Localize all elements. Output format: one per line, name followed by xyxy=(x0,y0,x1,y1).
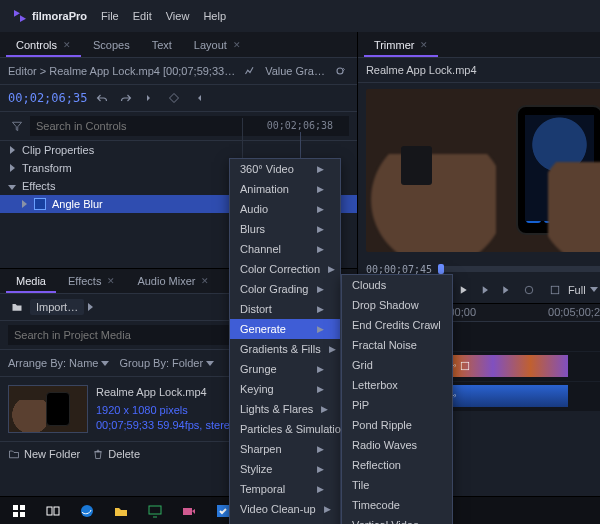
chevron-right-icon[interactable] xyxy=(8,162,16,174)
options-icon[interactable] xyxy=(546,281,564,299)
edge-icon[interactable] xyxy=(72,499,102,523)
submenu-item-pond-ripple[interactable]: Pond Ripple xyxy=(342,415,452,435)
start-button[interactable] xyxy=(4,499,34,523)
menu-item-label: Grunge xyxy=(240,363,277,375)
value-graph-icon[interactable] xyxy=(241,62,259,80)
menu-view[interactable]: View xyxy=(166,10,190,22)
menu-item-distort[interactable]: Distort▶ xyxy=(230,299,340,319)
chevron-right-icon[interactable] xyxy=(8,144,16,156)
menu-item-audio[interactable]: Audio▶ xyxy=(230,199,340,219)
logo-icon xyxy=(12,8,28,24)
menu-item-channel[interactable]: Channel▶ xyxy=(230,239,340,259)
menu-item-label: Audio xyxy=(240,203,268,215)
close-icon[interactable]: ✕ xyxy=(420,40,428,50)
tab-label: Layout xyxy=(194,39,227,51)
submenu-item-reflection[interactable]: Reflection xyxy=(342,455,452,475)
menu-item-video-clean-up[interactable]: Video Clean-up▶ xyxy=(230,499,340,519)
folder-icon[interactable] xyxy=(8,298,26,316)
submenu-item-pip[interactable]: PiP xyxy=(342,395,452,415)
redo-icon[interactable] xyxy=(117,89,135,107)
arrange-by-dropdown[interactable]: Arrange By: Name xyxy=(8,357,109,369)
group-by-dropdown[interactable]: Group By: Folder xyxy=(119,357,214,369)
submenu-item-radio-waves[interactable]: Radio Waves xyxy=(342,435,452,455)
submenu-item-end-credits-crawl[interactable]: End Credits Crawl xyxy=(342,315,452,335)
timecode[interactable]: 00;02;06;35 xyxy=(8,91,87,105)
play-icon[interactable] xyxy=(454,281,472,299)
submenu-item-tile[interactable]: Tile xyxy=(342,475,452,495)
value-graph-label[interactable]: Value Gra… xyxy=(265,65,325,77)
close-icon[interactable]: ✕ xyxy=(233,40,241,50)
tab-text[interactable]: Text xyxy=(142,35,182,57)
tab-scopes[interactable]: Scopes xyxy=(83,35,140,57)
new-folder-button[interactable]: New Folder xyxy=(8,448,80,460)
tab-controls[interactable]: Controls✕ xyxy=(6,35,81,57)
chevron-down-icon[interactable] xyxy=(8,180,16,192)
menu-item-lights-flares[interactable]: Lights & Flares▶ xyxy=(230,399,340,419)
menu-help[interactable]: Help xyxy=(203,10,226,22)
folder-crumb[interactable]: Import… xyxy=(30,299,84,315)
tab-trimmer[interactable]: Trimmer ✕ xyxy=(364,35,439,57)
menu-item-blurs[interactable]: Blurs▶ xyxy=(230,219,340,239)
task-view-icon[interactable] xyxy=(38,499,68,523)
tab-media[interactable]: Media xyxy=(6,271,56,293)
prev-key-icon[interactable] xyxy=(141,89,159,107)
close-icon[interactable]: ✕ xyxy=(63,40,71,50)
chevron-right-icon[interactable] xyxy=(20,198,28,210)
menu-item-grunge[interactable]: Grunge▶ xyxy=(230,359,340,379)
camera-icon[interactable] xyxy=(174,499,204,523)
monitor-icon[interactable] xyxy=(140,499,170,523)
explorer-icon[interactable] xyxy=(106,499,136,523)
submenu-item-grid[interactable]: Grid xyxy=(342,355,452,375)
keyframe-icon[interactable] xyxy=(165,89,183,107)
filter-icon[interactable] xyxy=(8,117,26,135)
submenu-item-letterbox[interactable]: Letterbox xyxy=(342,375,452,395)
menu-item-label: Stylize xyxy=(240,463,272,475)
tab-audio-mixer[interactable]: Audio Mixer✕ xyxy=(127,271,219,293)
step-fwd-icon[interactable] xyxy=(476,281,494,299)
zoom-dropdown[interactable]: Full xyxy=(568,284,598,296)
menu-edit[interactable]: Edit xyxy=(133,10,152,22)
clip-dur: 00;07;59;33 59.94fps, stereo xyxy=(96,418,236,433)
group-by-value: Folder xyxy=(172,357,203,369)
submenu-item-fractal-noise[interactable]: Fractal Noise xyxy=(342,335,452,355)
submenu-item-vertical-video[interactable]: Vertical Video xyxy=(342,515,452,524)
arrange-by-label: Arrange By: xyxy=(8,357,66,369)
menu-item-gradients-fills[interactable]: Gradients & Fills▶ xyxy=(230,339,340,359)
menubar: FileEditViewHelp xyxy=(101,10,226,22)
menu-item-particles-simulation[interactable]: Particles & Simulation▶ xyxy=(230,419,340,439)
close-icon[interactable]: ✕ xyxy=(201,276,209,286)
tree-label: Effects xyxy=(22,180,55,192)
close-icon[interactable]: ✕ xyxy=(107,276,115,286)
chevron-down-icon xyxy=(101,361,109,366)
menu-item-color-grading[interactable]: Color Grading▶ xyxy=(230,279,340,299)
menu-item-360-video[interactable]: 360° Video▶ xyxy=(230,159,340,179)
menu-item-animation[interactable]: Animation▶ xyxy=(230,179,340,199)
loop-icon[interactable] xyxy=(331,62,349,80)
menu-item-generate[interactable]: Generate▶ xyxy=(230,319,340,339)
next-key-icon[interactable] xyxy=(189,89,207,107)
delete-button[interactable]: Delete xyxy=(92,448,140,460)
go-end-icon[interactable] xyxy=(498,281,516,299)
undo-icon[interactable] xyxy=(93,89,111,107)
chevron-right-icon: ▶ xyxy=(317,224,324,234)
submenu-item-drop-shadow[interactable]: Drop Shadow xyxy=(342,295,452,315)
submenu-item-timecode[interactable]: Timecode xyxy=(342,495,452,515)
scrub-bar[interactable] xyxy=(438,266,600,272)
chevron-right-icon: ▶ xyxy=(317,284,324,294)
tab-layout[interactable]: Layout✕ xyxy=(184,35,251,57)
menu-file[interactable]: File xyxy=(101,10,119,22)
menu-item-sharpen[interactable]: Sharpen▶ xyxy=(230,439,340,459)
menu-item-keying[interactable]: Keying▶ xyxy=(230,379,340,399)
controls-timecode-row: 00;02;06;35 xyxy=(0,85,357,112)
context-menu-main: 360° Video▶Animation▶Audio▶Blurs▶Channel… xyxy=(229,158,341,524)
menu-item-temporal[interactable]: Temporal▶ xyxy=(230,479,340,499)
preview-viewport[interactable] xyxy=(366,89,600,252)
menu-item-stylize[interactable]: Stylize▶ xyxy=(230,459,340,479)
menu-item-warp[interactable]: Warp▶ xyxy=(230,519,340,524)
submenu-item-clouds[interactable]: Clouds xyxy=(342,275,452,295)
menu-item-color-correction[interactable]: Color Correction▶ xyxy=(230,259,340,279)
tab-label: Text xyxy=(152,39,172,51)
menu-item-label: Grid xyxy=(352,359,373,371)
tab-effects[interactable]: Effects✕ xyxy=(58,271,125,293)
loop-icon[interactable] xyxy=(520,281,538,299)
